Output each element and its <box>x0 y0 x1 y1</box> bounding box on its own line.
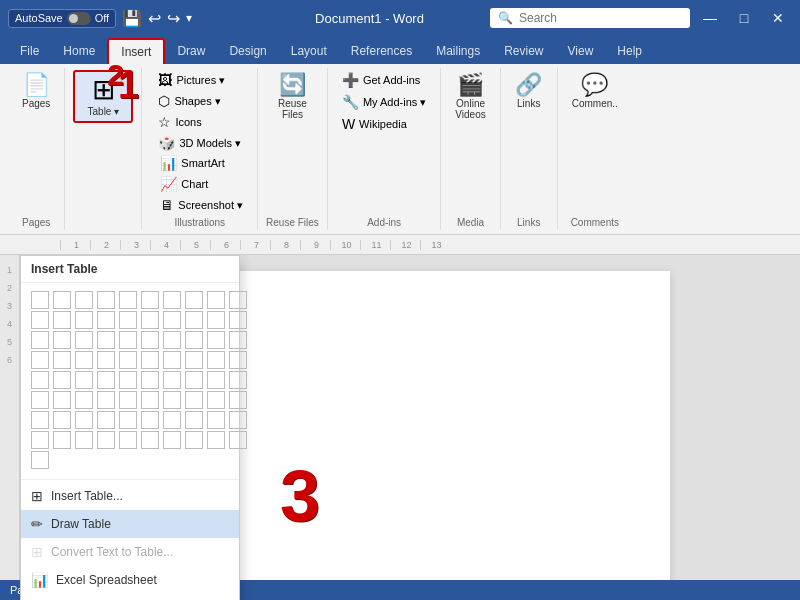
quick-tables-item[interactable]: ⊞ Quick Tables <box>21 594 239 600</box>
table-grid-cell[interactable] <box>163 311 181 329</box>
table-grid[interactable] <box>21 283 239 477</box>
pictures-button[interactable]: 🖼 Pictures ▾ <box>152 70 247 90</box>
tab-file[interactable]: File <box>8 38 51 64</box>
redo-icon[interactable]: ↪ <box>167 9 180 28</box>
table-grid-cell[interactable] <box>31 311 49 329</box>
table-grid-cell[interactable] <box>163 431 181 449</box>
table-grid-cell[interactable] <box>31 331 49 349</box>
comments-button[interactable]: 💬 Commen.. <box>566 70 624 113</box>
draw-table-item[interactable]: ✏ Draw Table <box>21 510 239 538</box>
table-grid-cell[interactable] <box>31 431 49 449</box>
tab-help[interactable]: Help <box>605 38 654 64</box>
table-grid-cell[interactable] <box>141 391 159 409</box>
customize-qat-icon[interactable]: ▾ <box>186 11 192 25</box>
online-videos-button[interactable]: 🎬 OnlineVideos <box>449 70 491 124</box>
autosave-badge[interactable]: AutoSave Off <box>8 9 116 28</box>
table-grid-cell[interactable] <box>185 391 203 409</box>
smartart-button[interactable]: 📊 SmartArt <box>154 153 249 173</box>
table-grid-cell[interactable] <box>185 371 203 389</box>
get-addins-button[interactable]: ➕ Get Add-ins <box>336 70 432 90</box>
table-grid-cell[interactable] <box>163 351 181 369</box>
close-button[interactable]: ✕ <box>764 4 792 32</box>
table-grid-cell[interactable] <box>53 291 71 309</box>
icons-button[interactable]: ☆ Icons <box>152 112 247 132</box>
save-icon[interactable]: 💾 <box>122 9 142 28</box>
table-grid-cell[interactable] <box>31 391 49 409</box>
tab-layout[interactable]: Layout <box>279 38 339 64</box>
table-grid-cell[interactable] <box>53 311 71 329</box>
table-grid-cell[interactable] <box>53 391 71 409</box>
table-grid-cell[interactable] <box>31 451 49 469</box>
table-grid-cell[interactable] <box>207 311 225 329</box>
table-grid-cell[interactable] <box>53 411 71 429</box>
table-grid-cell[interactable] <box>141 411 159 429</box>
table-grid-cell[interactable] <box>185 351 203 369</box>
table-grid-cell[interactable] <box>207 351 225 369</box>
table-grid-cell[interactable] <box>53 351 71 369</box>
table-grid-cell[interactable] <box>53 431 71 449</box>
chart-button[interactable]: 📈 Chart <box>154 174 249 194</box>
table-grid-cell[interactable] <box>97 431 115 449</box>
table-grid-cell[interactable] <box>163 371 181 389</box>
table-grid-cell[interactable] <box>31 351 49 369</box>
table-grid-cell[interactable] <box>207 371 225 389</box>
table-grid-cell[interactable] <box>141 351 159 369</box>
table-grid-cell[interactable] <box>141 431 159 449</box>
table-grid-cell[interactable] <box>185 431 203 449</box>
search-input[interactable] <box>519 11 669 25</box>
table-grid-cell[interactable] <box>185 291 203 309</box>
table-grid-cell[interactable] <box>141 311 159 329</box>
table-grid-cell[interactable] <box>207 331 225 349</box>
table-grid-cell[interactable] <box>229 411 247 429</box>
table-grid-cell[interactable] <box>53 331 71 349</box>
tab-design[interactable]: Design <box>217 38 278 64</box>
table-grid-cell[interactable] <box>97 331 115 349</box>
autosave-toggle[interactable] <box>67 12 91 25</box>
shapes-button[interactable]: ⬡ Shapes ▾ <box>152 91 247 111</box>
search-box[interactable]: 🔍 <box>490 8 690 28</box>
table-grid-cell[interactable] <box>207 411 225 429</box>
reuse-files-button[interactable]: 🔄 ReuseFiles <box>272 70 313 124</box>
table-grid-cell[interactable] <box>185 331 203 349</box>
tab-view[interactable]: View <box>556 38 606 64</box>
table-grid-cell[interactable] <box>185 411 203 429</box>
table-grid-cell[interactable] <box>207 291 225 309</box>
table-grid-cell[interactable] <box>229 291 247 309</box>
table-grid-cell[interactable] <box>31 371 49 389</box>
table-grid-cell[interactable] <box>119 391 137 409</box>
table-grid-cell[interactable] <box>97 391 115 409</box>
table-grid-cell[interactable] <box>75 411 93 429</box>
table-grid-cell[interactable] <box>75 391 93 409</box>
tab-home[interactable]: Home <box>51 38 107 64</box>
table-grid-cell[interactable] <box>229 331 247 349</box>
table-grid-cell[interactable] <box>229 371 247 389</box>
table-grid-cell[interactable] <box>207 391 225 409</box>
table-grid-cell[interactable] <box>119 331 137 349</box>
wikipedia-button[interactable]: W Wikipedia <box>336 114 432 134</box>
table-grid-cell[interactable] <box>119 431 137 449</box>
table-button[interactable]: ⊞ Table ▾ <box>73 70 133 123</box>
table-grid-cell[interactable] <box>75 311 93 329</box>
table-grid-cell[interactable] <box>141 291 159 309</box>
table-grid-cell[interactable] <box>163 411 181 429</box>
links-button[interactable]: 🔗 Links <box>509 70 549 113</box>
pages-button[interactable]: 📄 Pages <box>16 70 56 113</box>
minimize-button[interactable]: — <box>696 4 724 32</box>
table-grid-cell[interactable] <box>207 431 225 449</box>
maximize-button[interactable]: □ <box>730 4 758 32</box>
table-grid-cell[interactable] <box>31 411 49 429</box>
table-grid-cell[interactable] <box>75 331 93 349</box>
table-grid-cell[interactable] <box>163 391 181 409</box>
table-grid-cell[interactable] <box>141 331 159 349</box>
table-grid-cell[interactable] <box>97 311 115 329</box>
table-grid-cell[interactable] <box>141 371 159 389</box>
table-grid-cell[interactable] <box>97 351 115 369</box>
screenshot-button[interactable]: 🖥 Screenshot ▾ <box>154 195 249 215</box>
table-grid-cell[interactable] <box>185 311 203 329</box>
undo-icon[interactable]: ↩ <box>148 9 161 28</box>
3dmodels-button[interactable]: 🎲 3D Models ▾ <box>152 133 247 153</box>
my-addins-button[interactable]: 🔧 My Add-ins ▾ <box>336 92 432 112</box>
table-grid-cell[interactable] <box>163 291 181 309</box>
tab-insert[interactable]: Insert <box>107 38 165 64</box>
tab-mailings[interactable]: Mailings <box>424 38 492 64</box>
